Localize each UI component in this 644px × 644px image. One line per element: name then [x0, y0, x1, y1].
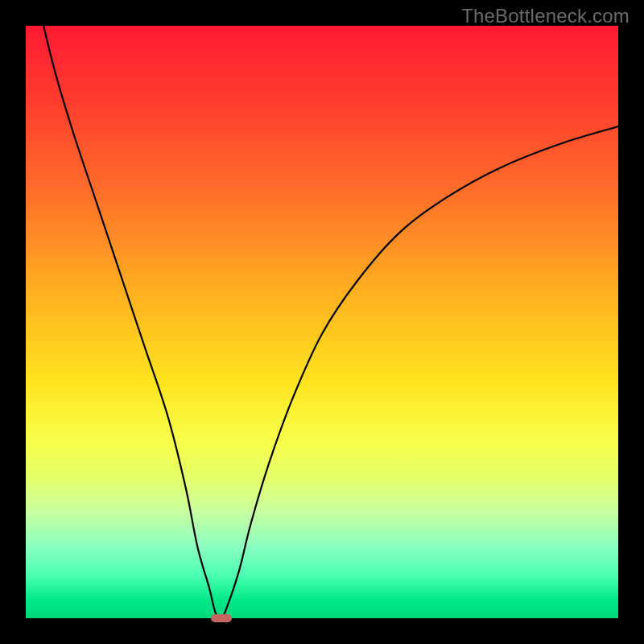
- chart-frame: TheBottleneck.com: [0, 0, 644, 644]
- plot-area: [26, 26, 618, 618]
- curve-svg: [26, 26, 618, 618]
- watermark-text: TheBottleneck.com: [461, 5, 630, 27]
- bottleneck-curve-path: [43, 26, 618, 618]
- optimal-marker: [211, 614, 232, 622]
